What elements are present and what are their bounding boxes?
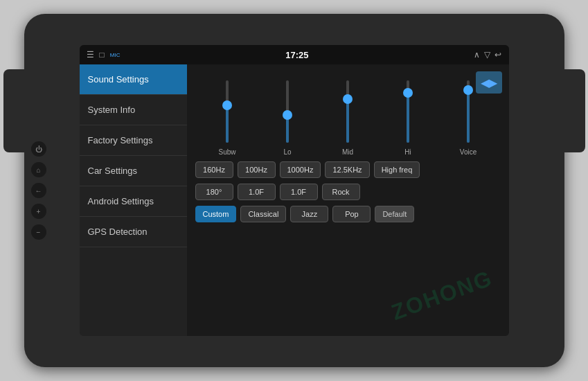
power-btn[interactable]: ⏻ <box>31 141 46 157</box>
vol-down-btn[interactable]: − <box>31 224 46 240</box>
main-screen: ☰ □ MIC 17:25 ∧ ▽ ↩ Sound Settings Syste… <box>80 45 509 336</box>
eq-dot-mid <box>343 94 353 104</box>
settings-row: 180°1.0F1.0FRock <box>195 184 501 200</box>
freq-btn-1[interactable]: 100Hz <box>238 161 276 178</box>
sidebar: Sound Settings System Info Factory Setti… <box>80 64 187 336</box>
eq-label-lo: Lo <box>283 148 291 156</box>
equalizer-area: SubwLoMidHiVoice <box>195 73 501 156</box>
preset-btn-classical[interactable]: Classical <box>240 206 286 222</box>
sidebar-item-sound-settings[interactable]: Sound Settings <box>80 64 187 95</box>
eq-channel-mid[interactable]: Mid <box>323 80 373 156</box>
content-area: ◀▶ SubwLoMidHiVoice 160Hz100Hz1000Hz12.5… <box>187 64 509 336</box>
eq-label-hi: Hi <box>404 148 411 156</box>
nav-icon: ▽ <box>484 50 490 60</box>
freq-btn-4[interactable]: High freq <box>374 161 420 178</box>
home-btn[interactable]: ⌂ <box>31 162 46 177</box>
eq-channel-lo[interactable]: Lo <box>262 80 313 156</box>
freq-btn-2[interactable]: 1000Hz <box>280 161 321 178</box>
eq-channel-subw[interactable]: Subw <box>202 80 253 156</box>
sidebar-item-android-settings[interactable]: Android Settings <box>80 186 187 217</box>
freq-row: 160Hz100Hz1000Hz12.5KHzHigh freq <box>195 161 501 178</box>
freq-btn-0[interactable]: 160Hz <box>195 161 233 178</box>
sidebar-item-car-settings[interactable]: Car Settings <box>80 156 187 186</box>
sound-icon: ◀▶ <box>481 76 497 89</box>
preset-btn-custom[interactable]: Custom <box>195 206 237 222</box>
preset-btn-pop[interactable]: Pop <box>332 206 371 222</box>
eq-channel-hi[interactable]: Hi <box>383 80 434 156</box>
menu-icon: ☰ <box>87 50 94 60</box>
status-bar-right: ∧ ▽ ↩ <box>474 50 501 60</box>
window-icon: □ <box>100 50 105 60</box>
preset-btn-jazz[interactable]: Jazz <box>290 206 328 222</box>
mic-label: MIC <box>110 52 121 58</box>
eq-dot-hi <box>403 88 413 98</box>
sound-icon-box: ◀▶ <box>476 71 502 94</box>
back-nav-icon: ↩ <box>495 50 501 60</box>
watermark: ZOHONG <box>388 265 496 326</box>
main-area: Sound Settings System Info Factory Setti… <box>80 64 509 336</box>
preset-row: CustomClassicalJazzPopDefault <box>195 206 501 222</box>
vol-up-btn[interactable]: + <box>31 204 46 219</box>
signal-icon: ∧ <box>474 50 480 60</box>
eq-dot-subw <box>222 100 232 110</box>
time-display: 17:25 <box>285 50 308 60</box>
freq-btn-3[interactable]: 12.5KHz <box>325 161 369 178</box>
default-button[interactable]: Default <box>375 206 414 222</box>
sidebar-item-system-info[interactable]: System Info <box>80 95 187 125</box>
car-frame: ⏻ ⌂ ← + − ☰ □ MIC 17:25 ∧ ▽ ↩ Sound Sett… <box>24 14 564 367</box>
status-bar: ☰ □ MIC 17:25 ∧ ▽ ↩ <box>80 45 509 64</box>
status-bar-left: ☰ □ MIC <box>87 50 121 60</box>
sidebar-item-gps-detection[interactable]: GPS Detection <box>80 217 187 247</box>
back-btn[interactable]: ← <box>31 183 46 198</box>
sidebar-item-factory-settings[interactable]: Factory Settings <box>80 125 187 156</box>
settings-btn-1[interactable]: 1.0F <box>238 184 276 200</box>
eq-label-voice: Voice <box>460 148 476 156</box>
settings-btn-3[interactable]: Rock <box>322 184 360 200</box>
settings-btn-0[interactable]: 180° <box>195 184 233 200</box>
eq-label-mid: Mid <box>342 148 353 156</box>
eq-dot-lo <box>283 110 292 120</box>
left-side-controls: ⏻ ⌂ ← + − <box>31 141 46 240</box>
eq-dot-voice <box>463 85 473 95</box>
settings-btn-2[interactable]: 1.0F <box>280 184 318 200</box>
eq-label-subw: Subw <box>218 148 235 156</box>
